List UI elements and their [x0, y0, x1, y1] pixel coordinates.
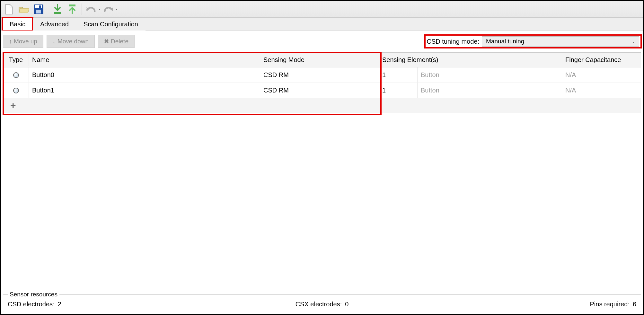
arrow-up-icon: ↑	[9, 38, 12, 45]
row-type-icon	[3, 67, 29, 83]
csd-electrodes: CSD electrodes: 2	[8, 301, 61, 308]
tab-basic[interactable]: Basic	[2, 18, 33, 31]
row-element-type: Button	[418, 83, 562, 98]
table-row[interactable]: Button0 CSD RM 1 Button N/A	[3, 67, 641, 83]
svg-rect-3	[39, 5, 41, 8]
csx-electrodes-label: CSX electrodes:	[296, 301, 342, 308]
import-icon[interactable]	[51, 3, 64, 16]
row-type-icon	[3, 83, 29, 98]
arrow-down-icon: ↓	[53, 38, 56, 45]
widgets-table: Type Name Sensing Mode Sensing Element(s…	[3, 52, 641, 289]
table-header: Type Name Sensing Mode Sensing Element(s…	[3, 53, 641, 67]
table-row[interactable]: Button1 CSD RM 1 Button N/A	[3, 83, 641, 98]
chevron-down-icon: ⌄	[632, 39, 635, 44]
col-header-finger-capacitance: Finger Capacitance	[562, 54, 641, 66]
save-icon[interactable]	[32, 3, 45, 16]
toolbar-separator	[48, 4, 48, 15]
row-finger-capacitance: N/A	[562, 83, 641, 98]
row-sensing-mode[interactable]: CSD RM	[260, 67, 379, 83]
col-header-name: Name	[29, 54, 260, 66]
action-bar: ↑ Move up ↓ Move down ✖ Delete CSD tunin…	[3, 34, 641, 52]
button-widget-icon	[13, 88, 19, 93]
move-down-button[interactable]: ↓ Move down	[47, 35, 95, 48]
csd-tuning-mode-select[interactable]: Manual tuning ⌄	[482, 36, 639, 47]
col-header-type: Type	[3, 54, 29, 66]
pins-required-label: Pins required:	[590, 301, 629, 308]
plus-icon: +	[3, 100, 23, 111]
move-up-button[interactable]: ↑ Move up	[3, 35, 43, 48]
export-icon[interactable]	[66, 3, 79, 16]
csd-electrodes-label: CSD electrodes:	[8, 301, 55, 308]
tab-advanced[interactable]: Advanced	[33, 18, 76, 31]
move-up-label: Move up	[14, 38, 37, 45]
undo-icon[interactable]	[84, 3, 98, 16]
sensor-resources-legend: Sensor resources	[8, 291, 59, 298]
row-elements-count[interactable]: 1	[379, 67, 418, 83]
delete-label: Delete	[111, 38, 128, 45]
tab-content-basic: ↑ Move up ↓ Move down ✖ Delete CSD tunin…	[1, 31, 643, 314]
row-sensing-mode[interactable]: CSD RM	[260, 83, 379, 98]
col-header-sensing-elements: Sensing Element(s)	[379, 54, 562, 66]
toolbar-separator	[82, 4, 82, 15]
csx-electrodes-value: 0	[345, 301, 348, 308]
svg-rect-2	[36, 10, 41, 13]
pins-required-value: 6	[633, 301, 636, 308]
csx-electrodes: CSX electrodes: 0	[296, 301, 349, 308]
button-widget-icon	[13, 72, 19, 78]
undo-dropdown-icon[interactable]: ▾	[99, 7, 100, 11]
tab-bar: Basic Advanced Scan Configuration	[1, 18, 643, 31]
row-element-type: Button	[418, 67, 562, 83]
csd-tuning-mode-label: CSD tuning mode:	[427, 38, 479, 45]
move-down-label: Move down	[57, 38, 89, 45]
col-header-sensing-mode: Sensing Mode	[260, 54, 379, 66]
row-name[interactable]: Button1	[29, 83, 260, 98]
delete-button[interactable]: ✖ Delete	[98, 35, 135, 48]
csd-tuning-mode-group: CSD tuning mode: Manual tuning ⌄	[425, 35, 641, 48]
sensor-resources-row: CSD electrodes: 2 CSX electrodes: 0 Pins…	[8, 301, 636, 308]
pins-required: Pins required: 6	[590, 301, 636, 308]
redo-icon[interactable]	[101, 3, 115, 16]
open-folder-icon[interactable]	[17, 3, 31, 16]
svg-rect-5	[69, 4, 75, 6]
csd-electrodes-value: 2	[58, 301, 61, 308]
sensor-resources-panel: Sensor resources CSD electrodes: 2 CSX e…	[3, 294, 641, 312]
tab-scan-configuration[interactable]: Scan Configuration	[76, 18, 146, 31]
add-row[interactable]: +	[3, 98, 641, 113]
row-elements-count[interactable]: 1	[379, 83, 418, 98]
app-window: ▾ ▾ Basic Advanced Scan Configuration ↑ …	[0, 0, 644, 315]
csd-tuning-mode-value: Manual tuning	[486, 38, 524, 45]
new-file-icon[interactable]	[2, 3, 16, 16]
main-toolbar: ▾ ▾	[1, 1, 643, 18]
row-finger-capacitance: N/A	[562, 67, 641, 83]
redo-dropdown-icon[interactable]: ▾	[116, 7, 117, 11]
svg-rect-4	[54, 12, 61, 14]
row-name[interactable]: Button0	[29, 67, 260, 83]
delete-icon: ✖	[104, 38, 109, 45]
